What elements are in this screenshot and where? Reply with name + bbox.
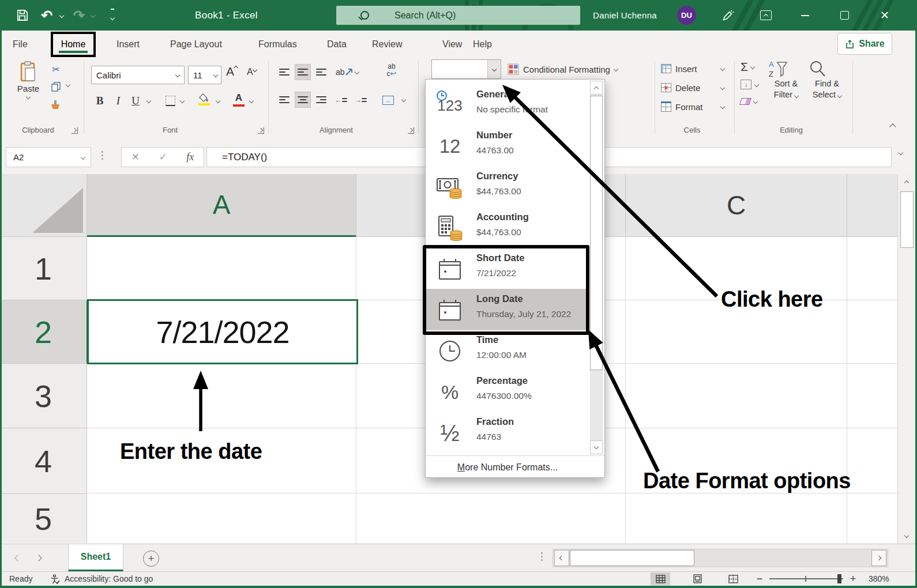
fill-button[interactable]: ↓ (741, 80, 758, 89)
quick-access-customize-button[interactable] (104, 0, 121, 31)
enter-button[interactable]: ✓ (159, 151, 167, 163)
increase-font-button[interactable]: A (226, 65, 238, 78)
hscroll-right-button[interactable] (871, 550, 886, 566)
avatar[interactable]: DU (677, 6, 696, 25)
tab-help[interactable]: Help (473, 31, 492, 58)
sort-filter-button[interactable]: A Z Sort & Filter (768, 60, 804, 100)
row-header-2[interactable]: 2 (0, 300, 88, 364)
more-number-formats-button[interactable]: More Number Formats... (426, 459, 589, 476)
format-option-time[interactable]: Time 12:00:00 AM (426, 331, 589, 371)
fill-color-button[interactable] (198, 93, 212, 105)
borders-dropdown[interactable] (179, 99, 186, 103)
share-button[interactable]: Share (837, 33, 892, 55)
search-bar[interactable]: Search (Alt+Q) (336, 6, 580, 25)
vertical-scroll-thumb[interactable] (900, 191, 914, 248)
autosum-button[interactable]: Σ (741, 60, 754, 74)
font-dialog-launcher[interactable] (258, 127, 264, 134)
redo-button[interactable]: ↷ (69, 0, 89, 31)
undo-button[interactable]: ↶ (37, 0, 57, 31)
select-all-button[interactable] (0, 174, 87, 237)
zoom-slider-handle[interactable] (837, 574, 841, 583)
maximize-button[interactable] (830, 0, 858, 31)
row-header-3[interactable]: 3 (0, 364, 87, 428)
underline-button[interactable]: U (128, 93, 143, 108)
column-header-d[interactable] (847, 174, 897, 237)
increase-indent-button[interactable]: → (353, 92, 368, 107)
number-format-select[interactable] (431, 59, 501, 79)
cancel-button[interactable]: ✕ (131, 151, 140, 163)
tab-view[interactable]: View (442, 31, 462, 58)
insert-function-button[interactable]: fx (186, 151, 194, 163)
save-button[interactable] (10, 0, 33, 31)
clear-button[interactable] (741, 98, 757, 105)
close-button[interactable]: ✕ (871, 0, 899, 31)
zoom-in-button[interactable]: + (847, 572, 859, 586)
dropdown-scroll-thumb[interactable] (590, 96, 603, 370)
dropdown-scrollbar[interactable] (590, 81, 603, 454)
column-header-a[interactable]: A (87, 174, 356, 237)
horizontal-scroll-thumb[interactable] (570, 550, 694, 566)
align-left-button[interactable] (277, 92, 292, 107)
alignment-dialog-launcher[interactable] (408, 127, 414, 134)
font-color-button[interactable]: A (233, 92, 245, 107)
hscroll-left-button[interactable] (554, 550, 569, 566)
tab-review[interactable]: Review (372, 31, 402, 58)
minimize-button[interactable] (791, 0, 819, 31)
namebox-resizer[interactable] (98, 151, 106, 160)
scroll-down-button[interactable] (898, 529, 915, 544)
format-option-number[interactable]: 12 Number 44763.00 (426, 126, 589, 167)
zoom-level[interactable]: 380% (869, 572, 889, 586)
cell-a2-selected[interactable]: 7/21/2022 (87, 299, 358, 364)
italic-button[interactable]: I (111, 93, 126, 108)
merge-center-button[interactable]: ↔ (381, 93, 396, 107)
status-accessibility[interactable]: Accessibility: Good to go (65, 572, 153, 586)
collapse-ribbon-button[interactable] (887, 125, 899, 129)
redo-dropdown[interactable] (89, 0, 97, 31)
undo-dropdown[interactable] (58, 0, 66, 31)
font-name-select[interactable]: Calibri (91, 66, 185, 84)
decrease-font-button[interactable]: A (247, 67, 257, 77)
insert-cells-button[interactable]: Insert (661, 61, 724, 76)
zoom-slider-track[interactable] (769, 578, 843, 579)
align-right-button[interactable] (314, 92, 329, 107)
font-size-select[interactable]: 11 (188, 66, 221, 84)
format-cells-button[interactable]: Format (661, 99, 724, 114)
inking-pen-button[interactable] (715, 0, 741, 31)
number-format-dropdown-arrow[interactable] (487, 60, 501, 78)
find-select-button[interactable]: Find & Select (809, 60, 845, 100)
name-box[interactable]: A2 (6, 147, 91, 167)
conditional-formatting-button[interactable]: Conditional Formatting (508, 61, 618, 77)
column-header-c[interactable]: C (626, 174, 847, 237)
horizontal-scrollbar[interactable] (553, 549, 888, 567)
underline-dropdown[interactable] (145, 99, 152, 103)
fill-color-dropdown[interactable] (215, 99, 221, 103)
sheet-nav-prev-button[interactable] (9, 544, 27, 572)
tab-page-layout[interactable]: Page Layout (170, 31, 222, 58)
row-header-1[interactable]: 1 (0, 237, 87, 300)
zoom-out-button[interactable]: − (753, 572, 766, 586)
format-option-percentage[interactable]: % Percentage 4476300.00% (426, 372, 589, 412)
copy-dropdown[interactable] (65, 83, 72, 86)
copy-button[interactable] (48, 80, 63, 93)
clipboard-dialog-launcher[interactable] (72, 127, 78, 134)
user-name[interactable]: Daniel Uchenna (593, 0, 657, 31)
bold-button[interactable]: B (92, 93, 107, 108)
delete-cells-button[interactable]: ✕ Delete (661, 80, 724, 95)
new-sheet-button[interactable]: + (143, 551, 159, 567)
align-center-button[interactable] (295, 92, 310, 107)
format-painter-button[interactable] (47, 98, 63, 113)
sheet-nav-next-button[interactable] (30, 544, 47, 572)
dropdown-scroll-down[interactable] (590, 440, 603, 454)
tab-file[interactable]: File (13, 31, 28, 58)
cut-button[interactable]: ✂ (48, 62, 63, 76)
wrap-text-button[interactable]: ab c↩ (382, 62, 401, 77)
borders-button[interactable] (163, 93, 178, 108)
format-option-fraction[interactable]: ½ Fraction 44763 (426, 413, 589, 453)
row-header-5[interactable]: 5 (0, 494, 87, 543)
sheet-tab-sheet1[interactable]: Sheet1 (68, 544, 123, 572)
merge-center-dropdown[interactable] (400, 98, 407, 101)
page-break-view-button[interactable] (723, 572, 743, 585)
tab-formulas[interactable]: Formulas (258, 31, 297, 58)
tab-splitter-handle[interactable] (538, 552, 546, 561)
normal-view-button[interactable] (651, 572, 670, 585)
